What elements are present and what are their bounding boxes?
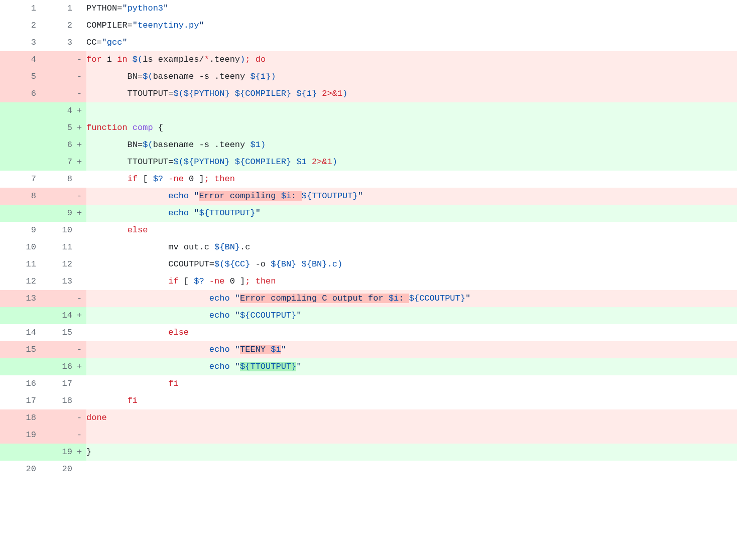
old-line-number[interactable]: 10 bbox=[0, 239, 36, 256]
new-line-number[interactable] bbox=[36, 341, 72, 358]
new-line-number[interactable] bbox=[36, 290, 72, 307]
old-line-number[interactable] bbox=[0, 136, 36, 154]
code-cell[interactable]: PYTHON="python3" bbox=[86, 0, 737, 17]
new-line-number[interactable]: 7 bbox=[36, 154, 72, 171]
code-cell[interactable]: BN=$(basename -s .teeny $1) bbox=[86, 136, 737, 154]
code-cell[interactable]: CCOUTPUT=$(${CC} -o ${BN} ${BN}.c) bbox=[86, 256, 737, 273]
diff-marker: + bbox=[72, 102, 86, 119]
code-cell[interactable]: COMPILER="teenytiny.py" bbox=[86, 17, 737, 34]
new-line-number[interactable]: 16 bbox=[36, 358, 72, 375]
new-line-number[interactable]: 20 bbox=[36, 461, 72, 478]
new-line-number[interactable]: 2 bbox=[36, 17, 72, 34]
new-line-number[interactable] bbox=[36, 85, 72, 102]
new-line-number[interactable] bbox=[36, 68, 72, 85]
diff-marker: - bbox=[72, 290, 86, 307]
code-cell[interactable]: if [ $? -ne 0 ]; then bbox=[86, 273, 737, 290]
old-line-number[interactable]: 15 bbox=[0, 341, 36, 358]
new-line-number[interactable]: 9 bbox=[36, 205, 72, 222]
code-cell[interactable]: CC="gcc" bbox=[86, 34, 737, 51]
new-line-number[interactable] bbox=[36, 188, 72, 205]
new-line-number[interactable] bbox=[36, 51, 72, 68]
old-line-number[interactable]: 11 bbox=[0, 256, 36, 273]
new-line-number[interactable]: 11 bbox=[36, 239, 72, 256]
new-line-number[interactable]: 6 bbox=[36, 136, 72, 154]
new-line-number[interactable]: 13 bbox=[36, 273, 72, 290]
diff-line: 19+} bbox=[0, 444, 737, 461]
code-cell[interactable]: done bbox=[86, 409, 737, 427]
new-line-number[interactable]: 12 bbox=[36, 256, 72, 273]
new-line-number[interactable] bbox=[36, 427, 72, 444]
code-cell[interactable]: else bbox=[86, 324, 737, 341]
diff-line: 6+ BN=$(basename -s .teeny $1) bbox=[0, 136, 737, 154]
old-line-number[interactable] bbox=[0, 444, 36, 461]
code-cell[interactable]: TTOUTPUT=$(${PYTHON} ${COMPILER} ${i} 2>… bbox=[86, 85, 737, 102]
diff-marker: + bbox=[72, 307, 86, 324]
code-cell[interactable]: echo "Error compiling $i: ${TTOUTPUT}" bbox=[86, 188, 737, 205]
new-line-number[interactable]: 4 bbox=[36, 102, 72, 119]
old-line-number[interactable] bbox=[0, 358, 36, 375]
code-token bbox=[291, 157, 296, 167]
code-token: gcc bbox=[107, 38, 122, 47]
code-cell[interactable]: echo "${TTOUTPUT}" bbox=[86, 205, 737, 222]
code-cell[interactable]: TTOUTPUT=$(${PYTHON} ${COMPILER} $1 2>&1… bbox=[86, 154, 737, 171]
new-line-number[interactable]: 10 bbox=[36, 222, 72, 239]
code-token: basename -s .teeny bbox=[153, 140, 251, 150]
old-line-number[interactable] bbox=[0, 119, 36, 136]
old-line-number[interactable]: 5 bbox=[0, 68, 36, 85]
code-cell[interactable]: function comp { bbox=[86, 119, 737, 136]
code-cell[interactable] bbox=[86, 461, 737, 478]
old-line-number[interactable]: 9 bbox=[0, 222, 36, 239]
code-cell[interactable]: echo "${TTOUTPUT}" bbox=[86, 358, 737, 375]
code-cell[interactable]: fi bbox=[86, 392, 737, 409]
old-line-number[interactable]: 8 bbox=[0, 188, 36, 205]
code-token: * bbox=[204, 55, 209, 64]
new-line-number[interactable]: 1 bbox=[36, 0, 72, 17]
code-cell[interactable]: BN=$(basename -s .teeny ${i}) bbox=[86, 68, 737, 85]
code-cell[interactable]: mv out.c ${BN}.c bbox=[86, 239, 737, 256]
old-line-number[interactable]: 19 bbox=[0, 427, 36, 444]
old-line-number[interactable]: 20 bbox=[0, 461, 36, 478]
code-token: .c bbox=[240, 242, 250, 252]
code-token: " bbox=[465, 294, 470, 303]
old-line-number[interactable] bbox=[0, 307, 36, 324]
old-line-number[interactable]: 13 bbox=[0, 290, 36, 307]
old-line-number[interactable]: 17 bbox=[0, 392, 36, 409]
code-cell[interactable] bbox=[86, 102, 737, 119]
code-token: ; bbox=[245, 55, 250, 64]
old-line-number[interactable]: 3 bbox=[0, 34, 36, 51]
new-line-number[interactable]: 8 bbox=[36, 171, 72, 188]
old-line-number[interactable] bbox=[0, 205, 36, 222]
code-cell[interactable]: echo "TEENY $i" bbox=[86, 341, 737, 358]
old-line-number[interactable] bbox=[0, 154, 36, 171]
code-token: comp bbox=[133, 123, 153, 132]
new-line-number[interactable]: 5 bbox=[36, 119, 72, 136]
new-line-number[interactable]: 14 bbox=[36, 307, 72, 324]
new-line-number[interactable]: 3 bbox=[36, 34, 72, 51]
code-cell[interactable]: else bbox=[86, 222, 737, 239]
code-token: echo bbox=[209, 311, 230, 320]
new-line-number[interactable] bbox=[36, 409, 72, 427]
code-cell[interactable]: if [ $? -ne 0 ]; then bbox=[86, 171, 737, 188]
code-token: $1 bbox=[250, 140, 260, 150]
old-line-number[interactable]: 2 bbox=[0, 17, 36, 34]
old-line-number[interactable]: 16 bbox=[0, 375, 36, 392]
code-cell[interactable]: fi bbox=[86, 375, 737, 392]
code-token: teenytiny.py bbox=[138, 21, 199, 30]
old-line-number[interactable]: 4 bbox=[0, 51, 36, 68]
code-cell[interactable]: } bbox=[86, 444, 737, 461]
code-cell[interactable] bbox=[86, 427, 737, 444]
code-cell[interactable]: echo "${CCOUTPUT}" bbox=[86, 307, 737, 324]
old-line-number[interactable]: 6 bbox=[0, 85, 36, 102]
old-line-number[interactable]: 7 bbox=[0, 171, 36, 188]
new-line-number[interactable]: 18 bbox=[36, 392, 72, 409]
code-cell[interactable]: for i in $(ls examples/*.teeny); do bbox=[86, 51, 737, 68]
new-line-number[interactable]: 17 bbox=[36, 375, 72, 392]
code-cell[interactable]: echo "Error compiling C output for $i: $… bbox=[86, 290, 737, 307]
old-line-number[interactable]: 18 bbox=[0, 409, 36, 427]
old-line-number[interactable]: 14 bbox=[0, 324, 36, 341]
new-line-number[interactable]: 15 bbox=[36, 324, 72, 341]
old-line-number[interactable]: 1 bbox=[0, 0, 36, 17]
new-line-number[interactable]: 19 bbox=[36, 444, 72, 461]
old-line-number[interactable]: 12 bbox=[0, 273, 36, 290]
old-line-number[interactable] bbox=[0, 102, 36, 119]
